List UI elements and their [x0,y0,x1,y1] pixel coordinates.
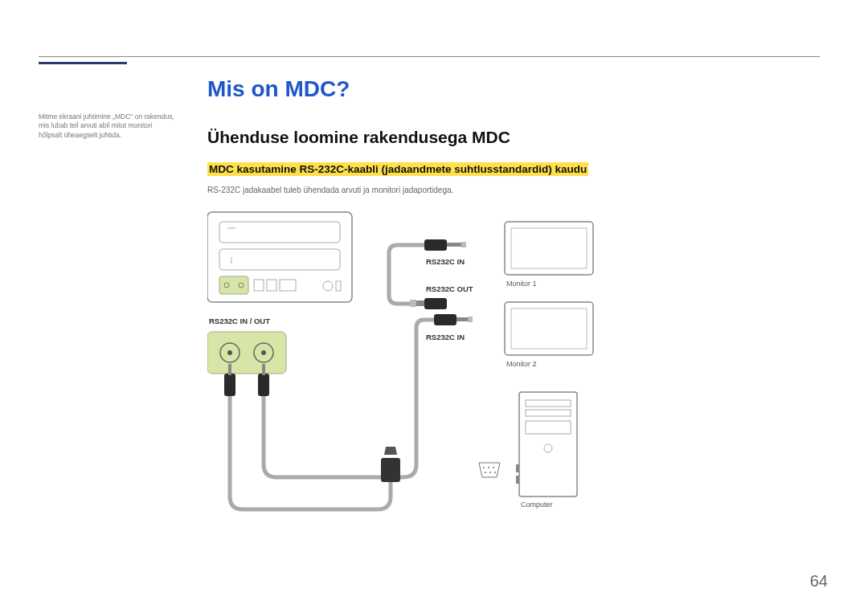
monitor-2-icon [505,302,593,355]
cable-right [264,320,434,477]
monitor-2-label: Monitor 2 [506,360,537,368]
svg-rect-33 [505,302,593,355]
svg-point-36 [483,467,485,468]
svg-rect-28 [434,314,457,325]
svg-rect-45 [526,421,571,434]
svg-rect-22 [424,239,447,251]
jack-top-right-icon [397,239,466,251]
side-accent [39,62,127,64]
section-subtitle: Ühenduse loomine rakendusega MDC [207,128,820,147]
page: Mitme ekraani juhtimine „MDC" on rakendu… [0,0,868,613]
jack-rs-out-icon [397,298,447,309]
svg-rect-19 [228,364,231,375]
port-enlargement-icon [207,332,286,374]
monitor-1-icon [505,222,593,275]
svg-point-39 [485,472,486,473]
svg-rect-8 [280,280,296,291]
page-number: 64 [810,572,828,591]
content-area: Mis on MDC? Ühenduse loomine rakendusega… [207,48,820,529]
monitor-back-panel-icon [207,212,352,302]
svg-rect-48 [516,476,519,484]
svg-rect-21 [262,364,265,375]
svg-rect-3 [219,276,248,294]
svg-rect-6 [254,280,264,291]
svg-point-40 [489,472,491,473]
svg-point-15 [227,350,232,355]
svg-rect-10 [336,281,341,291]
svg-point-41 [494,472,496,473]
svg-point-17 [261,350,266,355]
svg-rect-2 [219,249,340,270]
page-title: Mis on MDC? [207,76,820,102]
svg-rect-13 [207,332,286,374]
port-panel-label: RS232C IN / OUT [209,317,270,325]
svg-rect-7 [267,280,276,291]
rs-out-label: RS232C OUT [426,284,473,293]
computer-tower-icon [516,392,577,497]
svg-point-9 [323,281,333,291]
cable-left [230,396,391,509]
svg-rect-30 [468,317,473,322]
svg-rect-27 [410,300,416,307]
svg-point-37 [488,467,489,468]
svg-rect-26 [416,300,424,306]
top-rule [39,56,820,57]
cable-loop-icon [389,245,397,304]
svg-rect-47 [516,464,519,472]
rs-in-2-label: RS232C IN [426,333,465,341]
svg-rect-34 [511,309,587,349]
svg-rect-44 [526,410,571,416]
svg-rect-32 [511,228,587,268]
body-paragraph: RS-232C jadakaabel tuleb ühendada arvuti… [207,186,820,194]
svg-rect-31 [505,222,593,275]
svg-rect-24 [461,242,466,247]
svg-rect-25 [424,298,447,309]
sidebar-note: Mitme ekraani juhtimine „MDC" on rakendu… [39,112,175,140]
svg-rect-18 [224,374,235,396]
svg-rect-43 [526,400,571,407]
jack-rs-in2-icon [434,314,473,325]
serial-connector-icon [381,447,500,482]
computer-label: Computer [521,501,553,509]
connection-diagram: RS232C IN / OUT RS232C IN RS232C OUT RS2… [207,207,609,529]
highlighted-subheading: MDC kasutamine RS-232C-kaabli (jadaandme… [207,162,588,176]
svg-point-38 [493,467,494,468]
monitor-1-label: Monitor 1 [506,280,537,288]
svg-rect-1 [219,222,340,243]
svg-rect-23 [447,243,461,247]
svg-rect-29 [457,317,468,321]
rs-in-1-label: RS232C IN [426,257,465,266]
svg-rect-20 [258,374,269,396]
svg-point-46 [544,444,552,452]
svg-rect-35 [381,458,400,482]
